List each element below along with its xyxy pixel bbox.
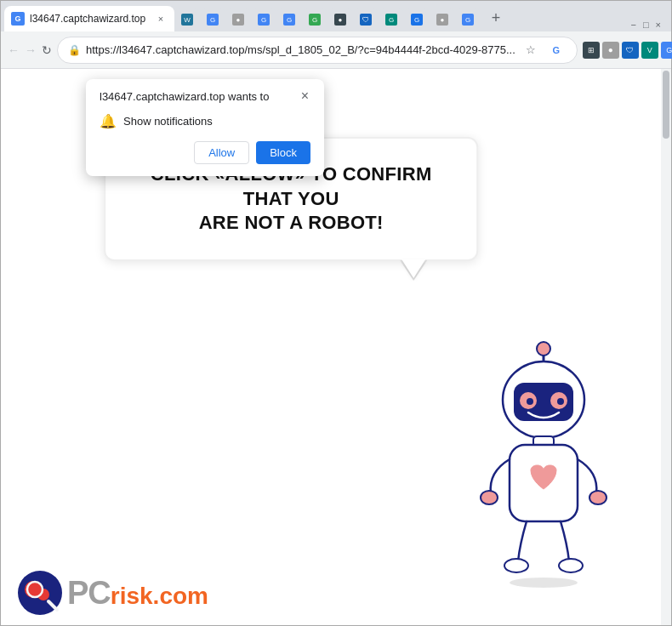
small-tab-icon-12: G — [462, 14, 474, 26]
lock-icon: 🔒 — [68, 44, 81, 56]
address-bar[interactable]: 🔒 https://l34647.captchawizard.top/ms/sp… — [57, 37, 578, 64]
close-window-button[interactable]: × — [656, 20, 661, 30]
svg-point-14 — [510, 578, 578, 588]
small-tab-icon-7: ● — [334, 14, 346, 26]
pcrisk-text: PC risk.com — [67, 575, 208, 612]
window-controls: − □ × — [630, 20, 668, 31]
popup-buttons: Allow Block — [100, 141, 310, 164]
toolbar: ← → ↻ 🔒 https://l34647.captchawizard.top… — [1, 31, 671, 69]
small-tab-6[interactable]: G — [303, 8, 327, 31]
ext-icon-shield[interactable]: 🛡 — [622, 42, 639, 59]
allow-button[interactable]: Allow — [194, 141, 249, 164]
pcrisk-logo-icon — [18, 571, 62, 615]
tab-close-button[interactable]: × — [154, 12, 168, 26]
small-tab-10[interactable]: G — [405, 8, 429, 31]
svg-point-7 — [557, 398, 564, 405]
extension-icons: ⊞ ● 🛡 V G — [583, 42, 672, 59]
small-tab-icon-5: G — [283, 14, 295, 26]
popup-title: l34647.captchawizard.top wants to — [100, 89, 269, 105]
small-tab-1[interactable]: W — [175, 8, 199, 31]
ext-icon-3[interactable]: V — [641, 42, 658, 59]
tab-favicon: G — [11, 12, 25, 26]
ext-icon-2[interactable]: ● — [602, 42, 619, 59]
notification-permission-popup: l34647.captchawizard.top wants to × 🔔 Sh… — [86, 79, 324, 176]
popup-close-button[interactable]: × — [299, 89, 310, 103]
tab-title: l34647.captchawizard.top — [30, 13, 149, 25]
small-tab-icon-2: G — [207, 14, 219, 26]
scrollbar[interactable] — [661, 69, 671, 625]
block-button[interactable]: Block — [256, 141, 310, 164]
robot-svg — [458, 336, 629, 591]
google-icon[interactable]: G — [546, 40, 567, 60]
bell-icon: 🔔 — [100, 113, 117, 129]
page-content: l34647.captchawizard.top wants to × 🔔 Sh… — [1, 69, 671, 625]
address-bar-icons: ☆ G — [521, 40, 567, 60]
pcrisk-branding: PC risk.com — [18, 571, 208, 615]
small-tab-icon-4: G — [258, 14, 270, 26]
small-tab-icon-9: G — [385, 14, 397, 26]
browser-window: G l34647.captchawizard.top × W G ● G G G… — [0, 0, 672, 626]
small-tab-3[interactable]: ● — [226, 8, 250, 31]
small-tab-icon-3: ● — [232, 14, 244, 26]
small-tab-5[interactable]: G — [277, 8, 301, 31]
small-tab-7[interactable]: ● — [328, 8, 352, 31]
url-text: https://l34647.captchawizard.top/ms/spl_… — [86, 43, 515, 56]
small-tab-icon-1: W — [181, 14, 193, 26]
popup-header: l34647.captchawizard.top wants to × — [100, 89, 310, 105]
svg-point-11 — [589, 491, 607, 504]
svg-point-10 — [481, 491, 498, 504]
new-tab-button[interactable]: + — [484, 6, 508, 30]
active-tab[interactable]: G l34647.captchawizard.top × — [4, 6, 174, 31]
small-tab-2[interactable]: G — [201, 8, 225, 31]
small-tab-icon-10: G — [411, 14, 423, 26]
small-tab-icon-8: 🛡 — [360, 14, 372, 26]
ext-icon-4[interactable]: G — [661, 42, 672, 59]
back-button[interactable]: ← — [8, 38, 20, 62]
small-tab-icon-6: G — [309, 14, 321, 26]
ext-icon-1[interactable]: ⊞ — [583, 42, 600, 59]
reload-button[interactable]: ↻ — [42, 38, 52, 62]
tab-bar: G l34647.captchawizard.top × W G ● G G G… — [1, 1, 671, 31]
minimize-button[interactable]: − — [630, 20, 635, 30]
svg-point-13 — [559, 559, 583, 572]
robot-illustration — [458, 336, 629, 591]
permission-label: Show notifications — [123, 115, 213, 128]
svg-point-12 — [504, 559, 528, 572]
small-tab-4[interactable]: G — [252, 8, 276, 31]
small-tab-8[interactable]: 🛡 — [354, 8, 378, 31]
small-tab-icon-11: ● — [436, 14, 448, 26]
risk-text: risk.com — [111, 583, 208, 610]
small-tab-12[interactable]: G — [456, 8, 480, 31]
small-tab-9[interactable]: G — [379, 8, 403, 31]
pc-text: PC — [67, 575, 111, 612]
svg-point-1 — [537, 342, 550, 356]
small-tab-11[interactable]: ● — [430, 8, 454, 31]
popup-permission-row: 🔔 Show notifications — [100, 113, 310, 129]
svg-point-6 — [527, 398, 533, 405]
scrollbar-thumb[interactable] — [663, 71, 669, 139]
bookmark-star-icon[interactable]: ☆ — [521, 40, 541, 60]
maximize-button[interactable]: □ — [643, 20, 649, 30]
forward-button[interactable]: → — [25, 38, 37, 62]
